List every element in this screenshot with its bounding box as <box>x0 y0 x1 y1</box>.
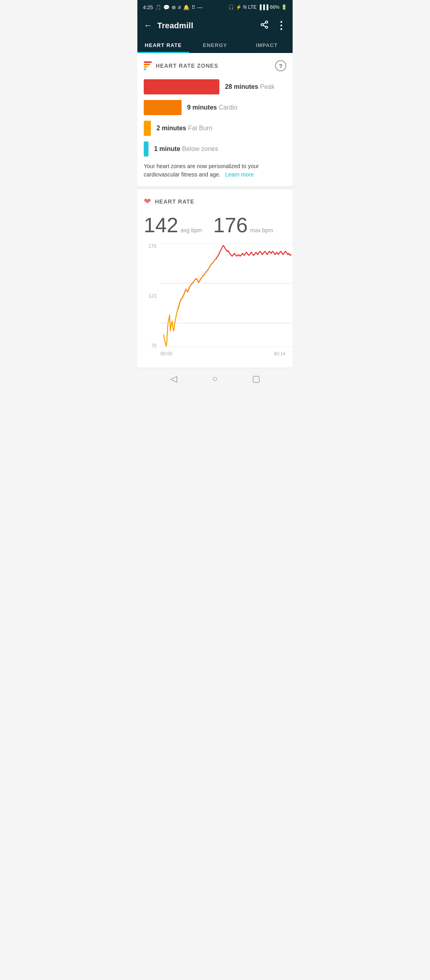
dots-icon: ⠿ <box>192 4 195 10</box>
screen-title: Treadmill <box>157 21 260 30</box>
zones-icon <box>144 61 152 70</box>
tab-impact[interactable]: IMPACT <box>241 37 293 53</box>
zone-text-cardio: 9 minutes Cardio <box>187 104 237 111</box>
hr-chart-svg <box>160 243 293 347</box>
x-label-start: 00:00 <box>160 351 172 357</box>
zones-title: HEART RATE ZONES <box>156 63 218 69</box>
status-right: 🎧 ⚡ N LTE ▐▐▐ 66% 🔋 <box>228 4 287 10</box>
zone-text-peak: 28 minutes Peak <box>225 83 275 90</box>
hr-title: HEART RATE <box>155 198 194 205</box>
bar-line-cardio <box>144 64 150 65</box>
zone-description: Your heart zones are now personalized to… <box>144 162 286 179</box>
x-label-end: 40:14 <box>274 351 285 357</box>
section-divider <box>137 186 293 189</box>
help-button[interactable]: ? <box>275 60 286 71</box>
svg-line-3 <box>263 25 266 27</box>
chart-y-labels: 176 123 70 <box>144 243 159 349</box>
lte-icon: LTE <box>248 4 256 10</box>
bar-line-below <box>144 69 146 70</box>
hr-header-left: ❤ HEART RATE <box>144 196 194 207</box>
app-bar-actions: ⋮ <box>260 20 286 32</box>
svg-line-4 <box>263 22 266 24</box>
nav-home-button[interactable]: ○ <box>207 371 223 387</box>
more-button[interactable]: ⋮ <box>276 20 286 32</box>
zone-bar-peak <box>144 79 219 94</box>
tab-energy[interactable]: ENERGY <box>189 37 241 53</box>
zone-row-below: 1 minute Below zones <box>144 141 286 157</box>
max-bpm-value: 176 <box>213 215 248 235</box>
message-icon: 💬 <box>163 4 170 10</box>
bar-line-fatburn <box>144 66 148 68</box>
chart-svg-wrapper: 00:00 40:14 <box>160 243 286 357</box>
zone-bar-fatburn <box>144 121 151 136</box>
spotify-icon: 🎵 <box>155 4 161 10</box>
battery-icon: 🔋 <box>281 4 287 10</box>
heart-rate-zones-section: HEART RATE ZONES ? 28 minutes Peak 9 min… <box>137 53 293 186</box>
heart-icon: ❤ <box>144 196 151 207</box>
zone-bar-below <box>144 141 149 157</box>
zone-bar-cardio <box>144 100 182 115</box>
headphone-icon: 🎧 <box>228 4 234 10</box>
zones-header-left: HEART RATE ZONES <box>144 61 218 70</box>
content: HEART RATE ZONES ? 28 minutes Peak 9 min… <box>137 53 293 368</box>
avg-bpm-group: 142 avg bpm <box>144 215 202 235</box>
status-left: 4:25 🎵 💬 ⊛ # 🔔 ⠿ — <box>143 4 203 10</box>
zone-row-fatburn: 2 minutes Fat Burn <box>144 121 286 136</box>
messenger-icon: ⊛ <box>172 4 176 10</box>
share-button[interactable] <box>260 20 269 31</box>
nav-back-button[interactable]: ◁ <box>166 371 182 387</box>
tab-heart-rate[interactable]: HEART RATE <box>137 37 189 53</box>
zone-text-fatburn: 2 minutes Fat Burn <box>156 125 213 132</box>
back-button[interactable]: ← <box>144 20 152 31</box>
chart-x-labels: 00:00 40:14 <box>160 351 286 357</box>
bar-line-peak <box>144 61 152 63</box>
hr-section-header: ❤ HEART RATE <box>144 196 286 207</box>
zone-text-below: 1 minute Below zones <box>154 145 218 153</box>
y-label-mid: 123 <box>144 293 156 299</box>
y-label-min: 70 <box>144 343 156 349</box>
zone-row-cardio: 9 minutes Cardio <box>144 100 286 115</box>
learn-more-link[interactable]: Learn more <box>225 171 254 178</box>
dash-icon: — <box>197 4 203 10</box>
hr-stats-row: 142 avg bpm 176 max bpm <box>144 215 286 235</box>
heart-rate-chart: 176 123 70 <box>144 243 286 357</box>
y-label-max: 176 <box>144 243 156 249</box>
bottom-navigation: ◁ ○ ▢ <box>137 368 293 389</box>
signal-icon: ▐▐▐ <box>258 4 268 10</box>
bluetooth-icon: ⚡ <box>236 4 242 10</box>
max-bpm-label: max bpm <box>250 227 273 233</box>
app-bar: ← Treadmill ⋮ <box>137 14 293 37</box>
tab-bar: HEART RATE ENERGY IMPACT <box>137 37 293 53</box>
max-bpm-group: 176 max bpm <box>213 215 273 235</box>
heart-rate-section: ❤ HEART RATE 142 avg bpm 176 max bpm 176… <box>137 189 293 368</box>
avg-bpm-value: 142 <box>144 215 178 235</box>
zones-section-header: HEART RATE ZONES ? <box>144 60 286 71</box>
nfc-icon: N <box>243 4 247 10</box>
status-bar: 4:25 🎵 💬 ⊛ # 🔔 ⠿ — 🎧 ⚡ N LTE ▐▐▐ 66% 🔋 <box>137 0 293 14</box>
zone-row-peak: 28 minutes Peak <box>144 79 286 94</box>
time: 4:25 <box>143 4 153 10</box>
battery-label: 66% <box>270 4 280 10</box>
grid-icon: # <box>178 4 181 10</box>
bell-icon: 🔔 <box>183 4 190 10</box>
nav-recent-button[interactable]: ▢ <box>248 371 264 387</box>
avg-bpm-label: avg bpm <box>181 227 202 233</box>
